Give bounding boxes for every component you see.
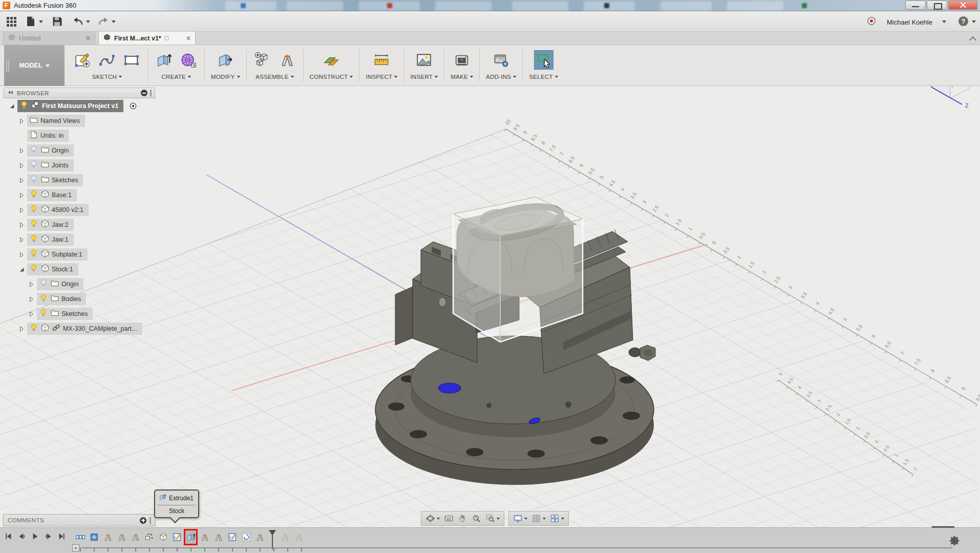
step-back-button[interactable] [17,532,26,541]
timeline-feature-components-marker[interactable] [75,530,86,544]
press-pull-button[interactable] [216,50,235,70]
viewports-button[interactable] [548,514,566,523]
expand-arrow-icon[interactable] [28,295,36,302]
extrude-button[interactable] [154,50,174,70]
user-menu-caret[interactable] [942,20,946,23]
browser-scrollbar[interactable] [150,90,152,96]
sketch-create-button[interactable] [73,50,92,70]
ribbon-menu-insert[interactable]: INSERT [410,74,438,80]
tree-item-base-1[interactable]: Base:1 [4,187,155,202]
spline-button[interactable] [97,50,117,70]
timeline-feature-derive[interactable] [241,530,251,544]
step-forward-button[interactable] [44,532,53,541]
tree-item-units-in[interactable]: Units: in [4,128,155,143]
visibility-bulb-icon[interactable] [29,264,38,275]
timeline-feature-joint[interactable] [213,530,224,544]
ribbon-menu-make[interactable]: MAKE [451,74,473,80]
timeline-feature-box[interactable] [158,530,168,544]
timeline-feature-joint[interactable] [254,530,265,544]
visibility-bulb-icon[interactable] [29,189,38,201]
workspace-selector[interactable]: MODEL [4,45,65,86]
ribbon-menu-inspect[interactable]: INSPECT [366,74,397,80]
tree-item-bodies[interactable]: Bodies [4,291,155,306]
fit-button[interactable] [483,514,502,523]
visibility-bulb-icon[interactable] [39,308,48,320]
timeline-feature-rigid-group[interactable] [144,530,155,544]
app-grid-icon[interactable] [5,15,17,28]
expand-arrow-icon[interactable] [18,325,26,332]
expand-arrow-icon[interactable] [18,177,26,183]
add-comment-icon[interactable] [140,517,146,524]
minimize-button[interactable] [905,1,926,10]
expand-arrow-icon[interactable] [28,281,36,287]
collapse-all-icon[interactable] [141,90,147,96]
timeline-feature-sketch[interactable] [172,530,182,544]
timeline-feature-sketch[interactable] [227,530,238,544]
visibility-bulb-icon[interactable] [29,234,38,245]
user-menu[interactable]: Michael Koehle [887,18,932,26]
selected-hole-blue[interactable] [438,383,461,393]
comments-scrollbar[interactable] [150,517,151,524]
tree-item-jaw-1[interactable]: Jaw:1 [4,232,155,247]
tree-item-sketches[interactable]: Sketches [4,173,155,187]
timeline-feature-joint[interactable] [280,530,290,544]
expand-arrow-icon[interactable] [18,117,26,124]
chevron-up-icon[interactable] [970,35,976,39]
orbit-button[interactable] [423,514,442,523]
visibility-bulb-icon[interactable] [39,279,48,290]
comments-panel[interactable]: COMMENTS [3,514,156,526]
browser-panel-header[interactable]: BROWSER [4,88,155,98]
timeline-feature-joint[interactable] [199,530,210,544]
expand-arrow-icon[interactable] [18,206,26,213]
rectangle-button[interactable] [122,50,141,70]
expand-arrow-icon[interactable] [18,192,26,198]
expand-arrow-icon[interactable] [28,310,36,317]
collapse-panel-icon[interactable] [7,89,14,98]
visibility-bulb-icon[interactable] [29,204,38,216]
go-to-end-button[interactable] [57,532,66,541]
grid-settings-button[interactable] [529,514,548,523]
redo-menu-caret[interactable] [112,20,116,23]
insert-image-button[interactable] [414,50,434,70]
ribbon-menu-create[interactable]: CREATE [161,74,191,80]
tree-item-45800-v2-1[interactable]: 45800 v2:1 [4,202,155,217]
timeline-track[interactable] [82,547,952,548]
tree-item-named-views[interactable]: Named Views [4,113,155,128]
timeline-feature-joint[interactable] [130,530,141,544]
ribbon-menu-select[interactable]: SELECT [529,74,558,80]
tree-item-origin[interactable]: Origin [4,143,155,158]
stock-box[interactable] [453,197,583,342]
timeline-position-marker[interactable] [268,530,276,544]
measure-button[interactable] [372,50,391,70]
expand-arrow-icon[interactable] [18,221,26,228]
visibility-bulb-icon[interactable] [29,160,38,171]
visibility-bulb-icon[interactable] [19,100,29,112]
expand-arrow-icon[interactable] [18,162,26,168]
timeline-feature-joint[interactable] [116,530,127,544]
visibility-bulb-icon[interactable] [29,219,38,230]
ribbon-menu-construct[interactable]: CONSTRUCT [310,74,353,80]
file-icon[interactable] [25,15,37,28]
tree-item-jaw-2[interactable]: Jaw:2 [4,217,155,232]
tree-item-stock-1[interactable]: Stock:1 [4,262,155,276]
timeline-zoom-icon[interactable]: + [72,544,79,551]
save-icon[interactable] [51,15,63,28]
expand-arrow-icon[interactable] [18,236,26,243]
close-tab-icon[interactable]: ✕ [86,35,91,42]
doc-tab-untitled[interactable]: Untitled ✕ [3,32,95,45]
tree-item-origin[interactable]: Origin [4,276,155,291]
make-3d-print-button[interactable] [452,50,472,70]
tree-item-joints[interactable]: Joints [4,158,155,173]
scripts-addins-button[interactable] [492,50,511,70]
look-at-button[interactable] [442,514,456,523]
play-button[interactable] [31,532,39,541]
ribbon-menu-assemble[interactable]: ASSEMBLE [255,74,293,80]
doc-tab-active[interactable]: First M...ect v1* ✕ [98,32,196,45]
visibility-bulb-icon[interactable] [29,323,38,334]
undo-menu-caret[interactable] [86,20,90,23]
expand-arrow-icon[interactable] [18,266,26,272]
ribbon-menu-add-ins[interactable]: ADD-INS [486,74,516,80]
visibility-bulb-icon[interactable] [39,293,48,305]
joint-button[interactable] [278,50,297,70]
tree-item-first-matsuura-project-v1[interactable]: First Matsuura Project v1 [4,98,155,113]
